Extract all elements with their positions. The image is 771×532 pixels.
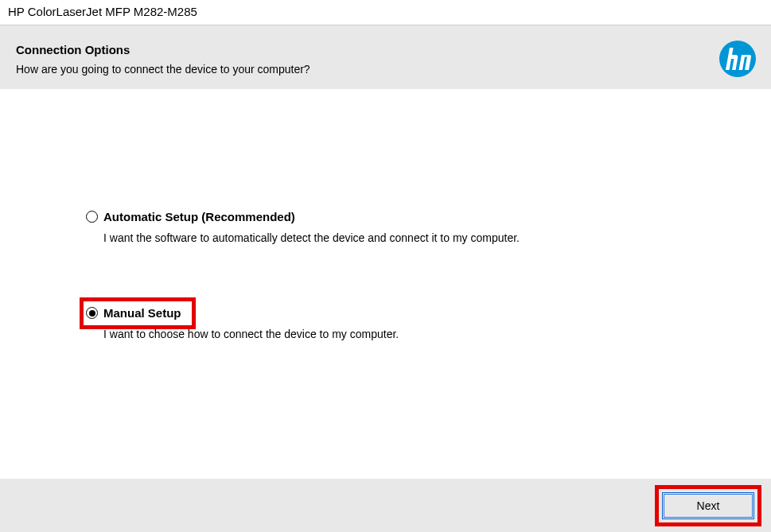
option-desc-manual: I want to choose how to connect the devi… (103, 328, 520, 340)
option-desc-automatic: I want the software to automatically det… (103, 231, 520, 244)
window-title: HP ColorLaserJet MFP M282-M285 (8, 5, 197, 18)
option-manual[interactable]: Manual Setup I want to choose how to con… (86, 306, 520, 340)
radio-icon[interactable] (86, 211, 98, 223)
window-title-bar: HP ColorLaserJet MFP M282-M285 (0, 0, 771, 25)
radio-icon[interactable] (86, 307, 98, 319)
option-automatic[interactable]: Automatic Setup (Recommended) I want the… (86, 210, 520, 244)
page-title: Connection Options (16, 43, 755, 56)
option-label-manual: Manual Setup (103, 306, 181, 320)
hp-logo-icon (718, 40, 757, 81)
highlight-box: Next (655, 485, 761, 526)
option-label-automatic: Automatic Setup (Recommended) (103, 210, 295, 223)
header-area: Connection Options How are you going to … (0, 25, 771, 89)
next-button[interactable]: Next (662, 492, 754, 519)
page-subtitle: How are you going to connect the device … (16, 63, 755, 76)
footer-area: Next (0, 479, 771, 532)
content-panel: Automatic Setup (Recommended) I want the… (6, 89, 765, 479)
options-container: Automatic Setup (Recommended) I want the… (86, 210, 520, 402)
